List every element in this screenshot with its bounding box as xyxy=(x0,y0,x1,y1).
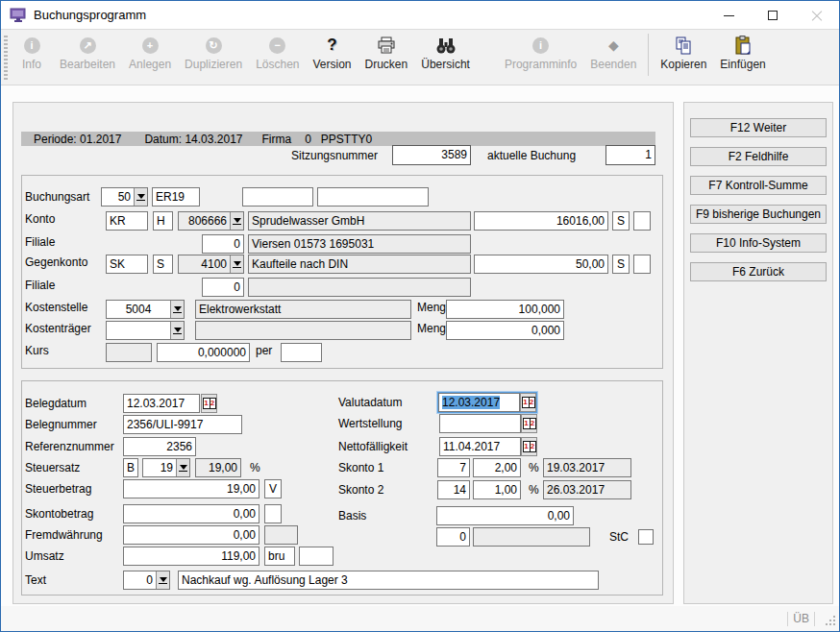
steuersatz-prozent-field: 19,00 xyxy=(195,458,241,477)
function-key-panel: F12 Weiter F2 Feldhilfe F7 Kontroll-Summ… xyxy=(683,102,833,604)
konto-hb-field[interactable]: H xyxy=(153,211,173,231)
skonto1-prozent-field[interactable]: 2,00 xyxy=(473,458,521,477)
chevron-down-icon[interactable] xyxy=(134,188,147,206)
kostenstelle-menge-field[interactable]: 100,000 xyxy=(446,300,564,319)
filiale1-nummer-field[interactable]: 0 xyxy=(202,234,244,254)
konto-soll-haben-field[interactable]: S xyxy=(612,211,630,231)
belegdatum-field[interactable]: 12.03.2017 xyxy=(123,394,200,413)
umsatz-field[interactable]: 119,00 xyxy=(123,547,259,566)
f9-bisherige-buchungen-button[interactable]: F9 bisherige Buchungen xyxy=(690,205,827,224)
belegdatum-calendar-button[interactable]: 12 xyxy=(201,394,217,413)
steuercode-nummer-field[interactable]: 0 xyxy=(436,527,470,547)
chevron-down-icon[interactable] xyxy=(176,459,189,476)
add-icon: + xyxy=(142,37,159,54)
maximize-button[interactable] xyxy=(751,1,795,30)
konto-betrag-field[interactable]: 16016,00 xyxy=(474,211,608,231)
skonto1-tage-field[interactable]: 7 xyxy=(437,458,470,477)
konto-typ-field[interactable]: KR xyxy=(106,211,148,231)
aktuelle-buchung-field: 1 xyxy=(605,145,655,165)
toolbar-button-uebersicht[interactable]: Übersicht xyxy=(414,30,477,71)
toolbar-separator xyxy=(648,34,649,76)
kurs-per-label: per xyxy=(256,341,272,360)
f7-kontroll-summe-button[interactable]: F7 Kontroll-Summe xyxy=(690,176,827,195)
umsatz-kennzeichen-field[interactable]: bru xyxy=(264,547,295,566)
skontobetrag-label: Skontobetrag xyxy=(25,504,93,523)
toolbar-button-programminfo: i Programminfo xyxy=(498,30,583,71)
chevron-down-icon[interactable] xyxy=(170,301,184,318)
stc-checkbox[interactable] xyxy=(638,529,654,545)
nettofaelligkeit-calendar-button[interactable]: 12 xyxy=(521,437,537,456)
buchungsart-extra-field-2[interactable] xyxy=(317,187,429,207)
skonto2-prozent-field[interactable]: 1,00 xyxy=(473,480,521,499)
f12-weiter-button[interactable]: F12 Weiter xyxy=(690,118,827,137)
filiale2-nummer-field[interactable]: 0 xyxy=(202,278,244,297)
skonto2-tage-field[interactable]: 14 xyxy=(437,480,470,499)
buchungsart-combo[interactable]: 50 xyxy=(101,187,148,207)
steuersatz-combo[interactable]: 19 xyxy=(142,458,190,477)
toolbar-grip-handle[interactable] xyxy=(4,36,8,80)
skontobetrag-field[interactable]: 0,00 xyxy=(123,504,259,523)
chevron-down-icon[interactable] xyxy=(230,255,243,273)
text-combo[interactable]: 0 xyxy=(123,571,170,590)
toolbar-button-einfuegen[interactable]: Einfügen xyxy=(713,30,772,71)
resize-grip[interactable] xyxy=(824,616,835,627)
calendar-icon: 12 xyxy=(203,398,216,409)
valutadatum-field[interactable]: 12.03.2017 xyxy=(438,393,520,412)
skonto2-datum-field: 26.03.2017 xyxy=(543,480,631,499)
firma-label: Firma xyxy=(261,133,291,146)
calendar-icon: 12 xyxy=(523,418,536,429)
buchungsart-art-field[interactable]: ER19 xyxy=(152,187,200,207)
gegenkonto-hb-field[interactable]: S xyxy=(153,255,173,274)
steuerbetrag-flag-field[interactable]: V xyxy=(264,479,282,498)
skontobetrag-flag-field[interactable] xyxy=(264,504,282,523)
konto-extra-box[interactable] xyxy=(633,211,651,231)
minimize-button[interactable] xyxy=(706,1,751,30)
f2-feldhilfe-button[interactable]: F2 Feldhilfe xyxy=(690,147,827,166)
fremdwaehrung-field[interactable]: 0,00 xyxy=(123,525,259,545)
belegnummer-field[interactable]: 2356/ULI-9917 xyxy=(123,415,242,434)
calendar-icon: 12 xyxy=(522,397,535,408)
referenznummer-field[interactable]: 2356 xyxy=(123,437,196,456)
kostentraeger-menge-field[interactable]: 0,000 xyxy=(446,321,564,340)
steuersatz-label: Steuersatz xyxy=(25,458,80,477)
buchungsart-extra-field-1[interactable] xyxy=(242,187,313,207)
wertstellung-calendar-button[interactable]: 12 xyxy=(521,414,537,433)
kurs-wert-field[interactable]: 0,000000 xyxy=(157,343,250,362)
chevron-down-icon[interactable] xyxy=(230,212,243,230)
nettofaelligkeit-field[interactable]: 11.04.2017 xyxy=(439,437,521,456)
toolbar-button-version[interactable]: ? Version xyxy=(307,30,358,71)
close-button[interactable] xyxy=(795,1,839,30)
wertstellung-field[interactable] xyxy=(439,414,521,433)
chevron-down-icon[interactable] xyxy=(156,571,169,589)
toolbar-button-beenden: ◆ Beenden xyxy=(583,30,643,71)
gegenkonto-nummer-combo[interactable]: 4100 xyxy=(178,255,244,274)
gegenkonto-extra-box[interactable] xyxy=(633,255,651,274)
fremdwaehrung-label: Fremdwährung xyxy=(25,525,103,545)
steuerbetrag-field[interactable]: 19,00 xyxy=(123,479,259,498)
gegenkonto-soll-haben-field[interactable]: S xyxy=(612,255,630,274)
kostentraeger-name-field xyxy=(195,321,411,340)
text-field[interactable]: Nachkauf wg. Auflösung Lager 3 xyxy=(178,571,599,590)
steuerbetrag-label: Steuerbetrag xyxy=(25,479,91,498)
toolbar-button-drucken[interactable]: Drucken xyxy=(358,30,415,71)
statusbar-ueb-indicator: ÜB xyxy=(793,612,809,625)
question-mark-icon: ? xyxy=(327,36,336,55)
basis-field[interactable]: 0,00 xyxy=(436,506,574,525)
chevron-down-icon[interactable] xyxy=(170,322,184,339)
buchungsart-label: Buchungsart xyxy=(25,187,89,207)
gegenkonto-betrag-field[interactable]: 50,00 xyxy=(474,255,608,274)
valutadatum-calendar-button[interactable]: 12 xyxy=(520,393,536,412)
gegenkonto-typ-field[interactable]: SK xyxy=(106,255,148,274)
kurs-per-field[interactable] xyxy=(281,343,322,362)
calendar-icon: 12 xyxy=(523,441,536,452)
toolbar-button-kopieren[interactable]: Kopieren xyxy=(654,30,713,71)
konto-nummer-combo[interactable]: 806666 xyxy=(178,211,244,231)
steuersatz-kennzeichen-field[interactable]: B xyxy=(123,458,138,477)
kostenstelle-combo[interactable]: 5004 xyxy=(106,300,185,319)
statusbar-separator xyxy=(814,612,815,626)
booking-form-panel: Periode: 01.2017 Datum: 14.03.2017 Firma… xyxy=(12,102,674,604)
kostentraeger-combo[interactable] xyxy=(106,321,185,340)
f10-info-system-button[interactable]: F10 Info-System xyxy=(690,233,827,253)
f6-zurueck-button[interactable]: F6 Zurück xyxy=(690,262,827,281)
umsatz-extra-box[interactable] xyxy=(299,547,334,566)
